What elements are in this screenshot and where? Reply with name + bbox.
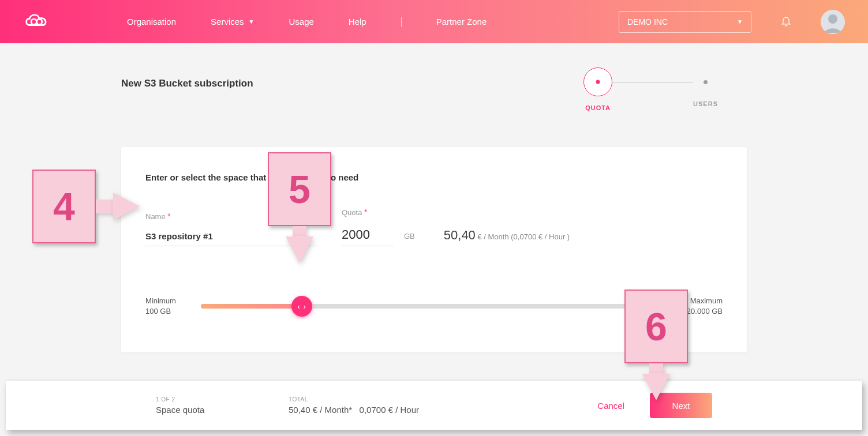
top-bar: Organisation Services ▼ Usage Help Partn… [0, 0, 868, 43]
nav-divider [401, 17, 402, 27]
logo-icon[interactable] [23, 10, 58, 33]
footer-step-name: Space quota [156, 405, 289, 415]
org-selector[interactable]: DEMO INC ▼ [619, 11, 751, 33]
slider-thumb[interactable]: ‹ › [291, 296, 312, 317]
quota-input[interactable] [342, 225, 394, 246]
step-indicator: QUOTA USERS [583, 67, 718, 111]
chevron-down-icon: ▼ [737, 18, 743, 25]
quota-slider[interactable]: ‹ › [201, 304, 660, 309]
svg-point-3 [828, 14, 837, 24]
nav-organisation[interactable]: Organisation [127, 17, 176, 27]
name-label: Name * [145, 212, 319, 221]
nav-usage[interactable]: Usage [289, 17, 314, 27]
quota-card: Enter or select the space that you are g… [121, 147, 747, 352]
step-quota-indicator [583, 67, 612, 96]
notifications-icon[interactable] [780, 14, 792, 29]
slider-min-label: Minimum 100 GB [145, 296, 196, 317]
name-input[interactable] [145, 229, 319, 246]
avatar[interactable] [821, 10, 845, 34]
step-users-label: USERS [693, 100, 718, 107]
quota-label: Quota * [342, 208, 394, 217]
card-heading: Enter or select the space that you are g… [145, 172, 723, 182]
chevron-down-icon: ▼ [249, 18, 255, 25]
footer-bar: 1 OF 2 Space quota TOTAL 50,40 € / Month… [6, 381, 862, 430]
cancel-button[interactable]: Cancel [597, 401, 624, 411]
quota-unit: GB [404, 232, 415, 246]
price-display: 50,40 € / Month (0,0700 € / Hour ) [444, 228, 570, 246]
slider-max-label: Maximum 20.000 GB [665, 296, 723, 317]
footer-progress: 1 OF 2 [156, 396, 289, 403]
nav-help[interactable]: Help [349, 17, 366, 27]
svg-point-1 [36, 19, 42, 24]
footer-total-value: 50,40 € / Month* 0,0700 € / Hour [289, 405, 419, 415]
nav-partner-zone[interactable]: Partner Zone [436, 17, 487, 27]
nav-services[interactable]: Services ▼ [211, 17, 254, 27]
step-quota-label: QUOTA [585, 104, 611, 111]
step-users-indicator [704, 80, 708, 84]
footer-total-label: TOTAL [289, 396, 419, 403]
next-button[interactable]: Next [650, 393, 712, 418]
